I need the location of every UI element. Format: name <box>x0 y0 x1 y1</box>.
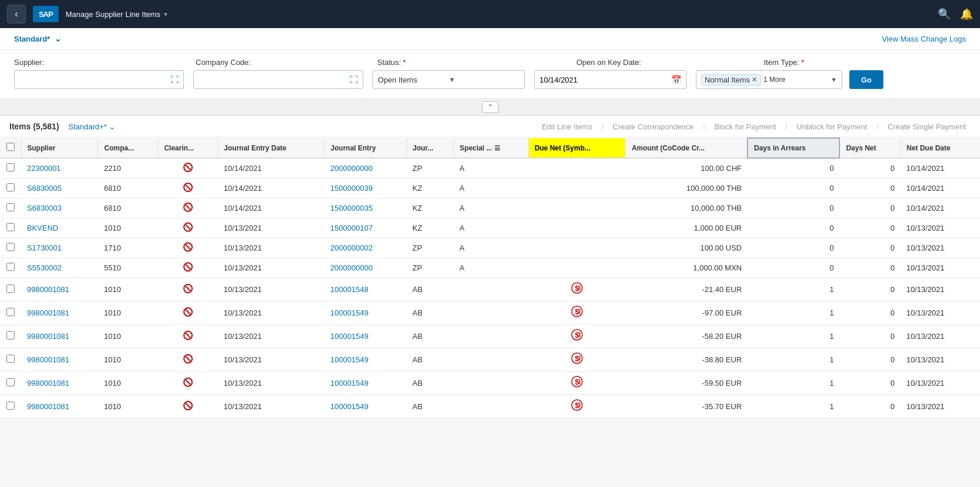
jour-cell: AB <box>407 325 453 348</box>
journal-entry-link[interactable]: 100001549 <box>330 355 368 364</box>
go-button[interactable]: Go <box>849 70 883 89</box>
status-select-wrap[interactable]: Open Items ▼ <box>373 70 525 89</box>
search-icon[interactable]: 🔍 <box>938 8 951 20</box>
unblock-for-payment-button[interactable]: Unblock for Payment <box>792 122 872 131</box>
company-code-input[interactable] <box>199 76 350 84</box>
edit-line-items-button[interactable]: Edit Line Items <box>537 122 597 131</box>
line-items-table: Supplier Compa... Clearin... Journal Ent… <box>0 138 980 419</box>
row-checkbox[interactable] <box>6 284 15 293</box>
row-checkbox[interactable] <box>6 243 15 251</box>
select-all-checkbox[interactable] <box>6 143 15 151</box>
journal-entry-link[interactable]: 100001549 <box>330 402 368 411</box>
row-checkbox[interactable] <box>6 203 15 211</box>
row-checkbox[interactable] <box>6 183 15 191</box>
supplier-column-header[interactable]: Supplier <box>21 138 98 158</box>
net-due-date-cell: 10/13/2021 <box>900 218 980 238</box>
supplier-cell: 9980001081 <box>21 325 98 348</box>
special-cell: A <box>453 238 528 258</box>
create-correspondence-button[interactable]: Create Correspondence <box>608 122 699 131</box>
due-net-cell <box>528 158 626 179</box>
block-icon <box>183 163 193 174</box>
special-cell <box>453 301 528 325</box>
calendar-icon[interactable]: 📅 <box>671 75 681 84</box>
collapse-button[interactable]: ⌃ <box>482 101 498 113</box>
journal-entry-link[interactable]: 1500000039 <box>330 184 373 193</box>
supplier-link[interactable]: S6830005 <box>27 184 62 193</box>
journal-entry-link[interactable]: 2000000000 <box>330 263 373 272</box>
supplier-link[interactable]: S5530002 <box>27 263 62 272</box>
view-dropdown-chevron[interactable]: ⌄ <box>54 34 62 43</box>
journal-entry-link[interactable]: 100001549 <box>330 379 368 387</box>
days-net-column-header[interactable]: Days Net <box>839 138 900 158</box>
row-checkbox[interactable] <box>6 308 15 316</box>
journal-entry-cell: 100001548 <box>325 278 407 301</box>
company-cell: 1010 <box>98 278 158 301</box>
supplier-link[interactable]: 22300001 <box>27 164 61 173</box>
supplier-cell: 9980001081 <box>21 278 98 301</box>
amount-cell: -35.70 EUR <box>626 395 747 419</box>
view-dropdown[interactable]: Standard+* ⌄ <box>69 122 115 131</box>
supplier-link[interactable]: 9980001081 <box>27 355 69 364</box>
amount-column-header[interactable]: Amount (CoCode Cr... <box>626 138 747 158</box>
special-filter-icon[interactable]: ☰ <box>494 145 500 152</box>
supplier-link[interactable]: S1730001 <box>27 244 62 252</box>
supplier-input[interactable] <box>19 76 170 84</box>
row-checkbox[interactable] <box>6 378 15 386</box>
filter-inputs: ⛶ ⛶ Open Items ▼ 📅 Normal Items ✕ 1 More… <box>14 70 966 89</box>
days-net-cell: 0 <box>839 278 900 301</box>
supplier-link[interactable]: S6830003 <box>27 204 62 212</box>
supplier-link[interactable]: 9980001081 <box>27 379 69 387</box>
journal-entry-link[interactable]: 100001549 <box>330 308 368 317</box>
supplier-link[interactable]: 9980001081 <box>27 402 69 411</box>
special-column-header[interactable]: Special ... ☰ <box>453 138 528 158</box>
table-row: BKVEND101010/13/20211500000107KZA1,000.0… <box>0 218 980 238</box>
journal-entry-link[interactable]: 100001549 <box>330 332 368 341</box>
journal-entry-date-column-header[interactable]: Journal Entry Date <box>218 138 325 158</box>
create-single-payment-button[interactable]: Create Single Payment <box>883 122 971 131</box>
journal-entry-link[interactable]: 2000000002 <box>330 244 373 252</box>
block-for-payment-button[interactable]: Block for Payment <box>709 122 781 131</box>
journal-entry-link[interactable]: 100001548 <box>330 285 368 294</box>
row-checkbox[interactable] <box>6 331 15 339</box>
row-checkbox[interactable] <box>6 402 15 410</box>
amount-cell: -58.20 EUR <box>626 325 747 348</box>
due-net-icon: $ <box>571 355 583 366</box>
company-cell: 5510 <box>98 258 158 278</box>
journal-entry-link[interactable]: 1500000107 <box>330 224 373 232</box>
due-net-cell <box>528 179 626 198</box>
journal-entry-link[interactable]: 1500000035 <box>330 204 373 212</box>
amount-cell: -38.80 EUR <box>626 348 747 372</box>
days-net-cell: 0 <box>839 198 900 218</box>
clearing-cell <box>158 198 218 218</box>
journal-entry-date-cell: 10/14/2021 <box>218 158 325 179</box>
row-checkbox[interactable] <box>6 163 15 172</box>
journal-entry-link[interactable]: 2000000000 <box>330 164 373 173</box>
jour-cell: AB <box>407 395 453 419</box>
supplier-link[interactable]: 9980001081 <box>27 332 69 341</box>
company-column-header[interactable]: Compa... <box>98 138 158 158</box>
supplier-link[interactable]: 9980001081 <box>27 285 69 294</box>
view-title[interactable]: Standard* ⌄ <box>14 34 62 43</box>
clearing-column-header[interactable]: Clearin... <box>158 138 218 158</box>
row-checkbox[interactable] <box>6 263 15 271</box>
row-checkbox[interactable] <box>6 355 15 363</box>
net-due-date-column-header[interactable]: Net Due Date <box>900 138 980 158</box>
title-dropdown-arrow[interactable]: ▾ <box>164 11 168 18</box>
back-button[interactable]: ‹ <box>7 5 26 23</box>
item-type-remove-icon[interactable]: ✕ <box>752 76 757 84</box>
company-code-expand-icon[interactable]: ⛶ <box>350 75 358 84</box>
due-net-column-header[interactable]: Due Net (Symb... <box>528 138 626 158</box>
days-in-arrears-cell: 1 <box>747 348 839 372</box>
row-checkbox[interactable] <box>6 223 15 231</box>
open-on-key-date-input[interactable] <box>539 76 671 84</box>
item-type-tag: Normal Items ✕ <box>701 74 761 85</box>
notification-icon[interactable]: 🔔 <box>960 8 973 20</box>
supplier-link[interactable]: 9980001081 <box>27 308 69 317</box>
item-type-dropdown-arrow[interactable]: ▼ <box>831 76 837 83</box>
supplier-expand-icon[interactable]: ⛶ <box>170 75 179 84</box>
jour-column-header[interactable]: Jour... <box>407 138 453 158</box>
view-mass-change-logs-link[interactable]: View Mass Change Logs <box>882 35 966 43</box>
journal-entry-column-header[interactable]: Journal Entry <box>325 138 407 158</box>
supplier-link[interactable]: BKVEND <box>27 224 58 232</box>
days-in-arrears-column-header[interactable]: Days in Arrears <box>747 138 839 158</box>
